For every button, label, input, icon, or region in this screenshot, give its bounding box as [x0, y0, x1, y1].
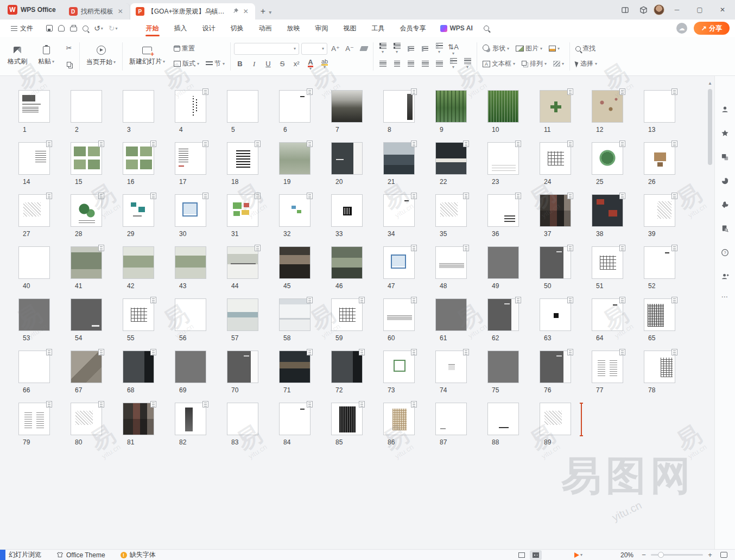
slide-cell[interactable]: 56: [175, 298, 227, 351]
slide-thumbnail[interactable]: [487, 90, 519, 123]
tools-panel-icon[interactable]: [718, 198, 732, 212]
tab-docer[interactable]: D 找稻壳模板 ✕: [64, 3, 130, 20]
slide-thumbnail[interactable]: [644, 90, 675, 123]
slide-cell[interactable]: 5: [227, 90, 279, 142]
slide-thumbnail[interactable]: [227, 142, 258, 175]
line-spacing-button[interactable]: ▾: [447, 58, 459, 70]
tab-wps-home[interactable]: W WPS Office: [0, 0, 64, 20]
slide-cell[interactable]: 86: [383, 403, 435, 455]
select-button[interactable]: 选择▾: [573, 58, 599, 70]
highlight-color-button[interactable]: ab▾: [319, 58, 331, 70]
slide-cell[interactable]: 54: [71, 298, 123, 351]
slide-thumbnail[interactable]: [227, 403, 258, 435]
cloud-sync-icon[interactable]: ☁: [676, 23, 687, 34]
tab-view[interactable]: 视图: [337, 21, 363, 36]
font-color-button[interactable]: A▾: [305, 58, 316, 70]
align-left-button[interactable]: [377, 58, 389, 70]
slide-cell[interactable]: 72: [331, 351, 383, 403]
tab-design[interactable]: 设计: [196, 21, 222, 36]
slide-cell[interactable]: 61: [435, 298, 487, 351]
slide-thumbnail[interactable]: [18, 246, 50, 279]
slide-thumbnail[interactable]: [540, 194, 571, 227]
text-direction-button[interactable]: ⇅A▾: [447, 43, 459, 55]
paste-button[interactable]: 粘贴▾: [34, 40, 59, 73]
slide-cell[interactable]: 82: [175, 403, 227, 455]
slide-thumbnail[interactable]: [71, 194, 102, 227]
scroll-up-icon[interactable]: ▲: [707, 80, 713, 87]
slide-thumbnail[interactable]: [435, 351, 467, 383]
slide-sorter-view-button[interactable]: [530, 550, 542, 560]
split-view-icon[interactable]: [617, 2, 633, 17]
slide-cell[interactable]: 3: [123, 90, 175, 142]
slide-thumbnail[interactable]: [540, 298, 571, 331]
paragraph-settings-button[interactable]: ▾: [461, 58, 473, 70]
tab-insert[interactable]: 插入: [168, 21, 194, 36]
slide-thumbnail[interactable]: [71, 298, 102, 331]
slide-cell[interactable]: 83: [227, 403, 279, 455]
slide-cell[interactable]: 25: [592, 142, 644, 194]
slide-thumbnail[interactable]: [227, 90, 258, 123]
slide-thumbnail[interactable]: [123, 90, 154, 123]
increase-indent-button[interactable]: [419, 43, 431, 55]
slide-cell[interactable]: 70: [227, 351, 279, 403]
components-panel-icon[interactable]: [718, 150, 732, 164]
slide-cell[interactable]: 2: [71, 90, 123, 142]
slide-cell[interactable]: 4: [175, 90, 227, 142]
wps-ai-button[interactable]: WPS AI: [435, 22, 478, 34]
slide-cell[interactable]: 38: [592, 194, 644, 246]
slide-thumbnail[interactable]: [123, 351, 154, 383]
slide-cell[interactable]: 14: [18, 142, 71, 194]
slide-thumbnail[interactable]: [18, 351, 50, 383]
fill-color-button[interactable]: ▾: [547, 43, 562, 55]
slide-cell[interactable]: 19: [279, 142, 331, 194]
minimize-button[interactable]: ─: [667, 2, 687, 18]
slide-thumbnail[interactable]: [383, 194, 415, 227]
slide-cell[interactable]: 37: [540, 194, 592, 246]
slide-cell[interactable]: 87: [435, 403, 487, 455]
slide-thumbnail[interactable]: [279, 194, 311, 227]
textbox-button[interactable]: A文本框▾: [480, 58, 517, 70]
slide-cell[interactable]: 43: [175, 246, 227, 298]
shapes-button[interactable]: 形状▾: [480, 43, 511, 55]
slide-cell[interactable]: 73: [383, 351, 435, 403]
slideshow-play-button[interactable]: ▾: [574, 552, 582, 558]
slide-thumbnail[interactable]: [331, 246, 363, 279]
print-preview-button[interactable]: [83, 26, 88, 31]
slide-cell[interactable]: 76: [540, 351, 592, 403]
slide-thumbnail[interactable]: [383, 246, 415, 279]
bullets-button[interactable]: ▾: [377, 43, 389, 55]
close-tab-icon[interactable]: ✕: [117, 8, 124, 15]
slide-thumbnail[interactable]: [227, 351, 258, 383]
increase-font-button[interactable]: A⁺: [330, 43, 341, 55]
slide-cell[interactable]: 28: [71, 194, 123, 246]
maximize-button[interactable]: ▢: [689, 2, 710, 18]
slide-thumbnail[interactable]: [123, 298, 154, 331]
decrease-indent-button[interactable]: [405, 43, 417, 55]
slide-cell[interactable]: 9: [435, 90, 487, 142]
slide-thumbnail[interactable]: [227, 298, 258, 331]
chart-panel-icon[interactable]: [718, 174, 732, 188]
slide-cell[interactable]: 46: [331, 246, 383, 298]
slide-cell[interactable]: 15: [71, 142, 123, 194]
play-from-current-button[interactable]: 当页开始▾: [83, 40, 119, 73]
undo-button[interactable]: ↺▾: [94, 24, 103, 33]
share-button[interactable]: ↗分享: [694, 22, 730, 35]
tab-animations[interactable]: 动画: [252, 21, 278, 36]
slide-cell[interactable]: 75: [487, 351, 540, 403]
slide-cell[interactable]: 27: [18, 194, 71, 246]
slide-thumbnail[interactable]: [644, 142, 675, 175]
slide-thumbnail[interactable]: [71, 90, 102, 123]
normal-view-button[interactable]: [516, 550, 528, 560]
slide-thumbnail[interactable]: [279, 403, 311, 435]
slide-cell[interactable]: 60: [383, 298, 435, 351]
slide-cell[interactable]: 32: [279, 194, 331, 246]
slide-cell[interactable]: 81: [123, 403, 175, 455]
vertical-scrollbar[interactable]: ▲: [707, 80, 713, 545]
slide-cell[interactable]: 23: [487, 142, 540, 194]
slide-thumbnail[interactable]: [487, 142, 519, 175]
tab-tools[interactable]: 工具: [365, 21, 391, 36]
tab-home[interactable]: 开始: [140, 21, 166, 36]
slide-cell[interactable]: 79: [18, 403, 71, 455]
close-tab-icon[interactable]: ✕: [242, 8, 250, 15]
slide-cell[interactable]: 44: [227, 246, 279, 298]
